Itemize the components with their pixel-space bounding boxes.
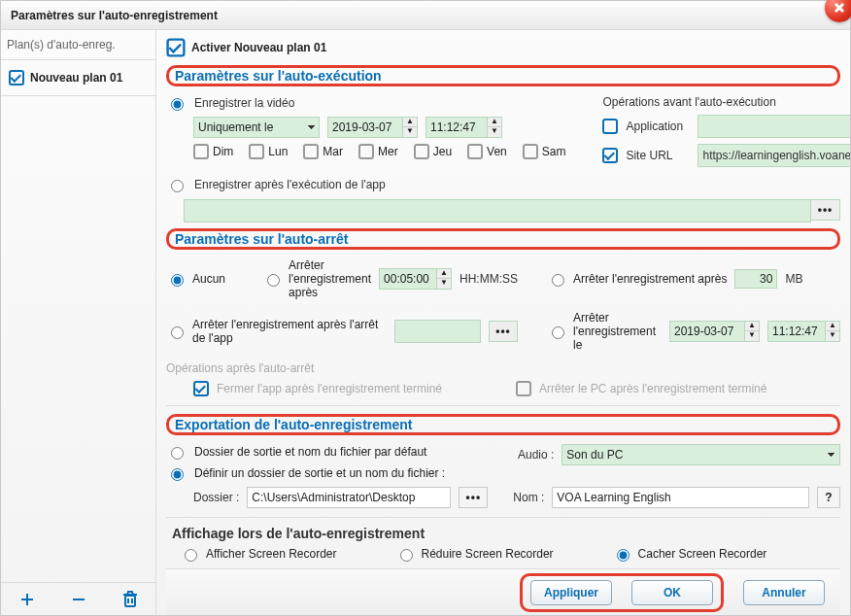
day-wed-checkbox[interactable] [358,144,374,159]
schedule-time-field[interactable]: ▲▼ [426,117,502,138]
record-after-app-label: Enregistrer après l'exécution de l'app [194,178,386,191]
day-tue-checkbox[interactable] [303,144,319,159]
cancel-button[interactable]: Annuler [743,580,825,605]
activate-plan-checkbox[interactable] [166,38,185,56]
plan-active-checkbox[interactable] [9,70,24,86]
record-video-label: Enregistrer la vidéo [194,96,294,110]
stop-datetime-radio[interactable] [552,326,564,339]
section-stop-title: Paramètres sur l'auto-arrêt [173,231,350,247]
section-exec-highlight: Paramètres sur l'auto-exécution [166,65,840,86]
section-exec-title: Paramètres sur l'auto-exécution [173,68,384,84]
date-down-icon[interactable]: ▼ [403,127,417,137]
day-thu-checkbox[interactable] [414,144,429,159]
close-icon [833,1,846,15]
apply-button[interactable]: Appliquer [530,580,612,605]
app-path-field[interactable] [698,115,850,138]
stop-size-radio[interactable] [552,274,564,287]
output-folder-browse-button[interactable]: ••• [459,487,488,508]
post-ops-title: Opérations après l'auto-arrêt [166,361,314,375]
main-panel: Activer Nouveau plan 01 Paramètres sur l… [156,30,850,615]
time-down-icon[interactable]: ▼ [488,127,501,137]
url-field[interactable]: https://learningenglish.voanews. [698,144,850,167]
close-app-checkbox[interactable] [193,381,209,396]
app-launch-checkbox[interactable] [602,119,618,134]
stop-after-app-field[interactable] [394,320,481,343]
titlebar: Paramètres sur l'auto-enregistrement [1,1,850,30]
stop-after-app-radio[interactable] [171,326,184,339]
delete-plan-button[interactable] [118,589,143,610]
trash-icon [122,591,138,608]
footer: Appliquer OK Annuler [166,568,840,615]
plus-icon [18,591,36,608]
settings-window: Paramètres sur l'auto-enregistrement Pla… [0,0,851,616]
record-video-radio[interactable] [171,98,184,111]
plan-item[interactable]: Nouveau plan 01 [1,60,155,96]
stop-time-field[interactable]: ▲▼ [767,321,840,342]
stop-duration-field[interactable]: ▲▼ [379,268,452,290]
section-stop-highlight: Paramètres sur l'auto-arrêt [166,228,840,250]
display-show-radio[interactable] [185,549,197,562]
day-fri-checkbox[interactable] [467,144,483,159]
sidebar-toolbar [1,582,155,615]
schedule-mode-select[interactable]: Uniquement le [193,117,320,138]
output-folder-field[interactable] [247,487,451,508]
record-after-app-browse-button[interactable]: ••• [811,199,840,221]
svg-rect-5 [125,596,135,606]
stop-duration-radio[interactable] [267,274,280,287]
section-display-title: Affichage lors de l'auto-enregistrement [166,524,430,543]
plan-label: Nouveau plan 01 [30,71,122,85]
minus-icon [70,591,87,608]
activate-plan-label: Activer Nouveau plan 01 [191,41,326,54]
output-name-field[interactable] [552,487,809,508]
url-open-checkbox[interactable] [602,148,618,163]
sidebar: Plan(s) d'auto-enreg. Nouveau plan 01 [1,30,156,615]
name-help-button[interactable]: ? [817,487,840,508]
url-open-label: Site URL [626,149,690,162]
stop-size-field[interactable] [734,269,777,289]
sidebar-header: Plan(s) d'auto-enreg. [1,30,155,60]
activate-plan-row: Activer Nouveau plan 01 [166,36,840,63]
day-sat-checkbox[interactable] [523,144,538,159]
audio-select[interactable]: Son du PC [562,444,840,465]
footer-highlight: Appliquer OK [520,573,724,612]
record-after-app-path-field[interactable] [184,199,811,222]
record-after-app-radio[interactable] [171,180,184,192]
stop-date-field[interactable]: ▲▼ [669,321,760,342]
output-default-radio[interactable] [171,447,184,460]
stop-none-radio[interactable] [171,274,184,287]
shutdown-pc-checkbox[interactable] [516,381,531,396]
display-reduce-radio[interactable] [400,549,413,562]
day-mon-checkbox[interactable] [249,144,264,159]
day-sun-checkbox[interactable] [193,144,209,159]
add-plan-button[interactable] [15,589,40,610]
schedule-date-field[interactable]: ▲▼ [327,117,418,138]
ok-button[interactable]: OK [631,580,713,605]
section-export-highlight: Exportation de l'auto-enregistrement [166,414,840,435]
stop-after-app-browse-button[interactable]: ••• [489,321,518,342]
section-export-title: Exportation de l'auto-enregistrement [173,417,414,432]
remove-plan-button[interactable] [66,589,91,610]
pre-ops-title: Opérations avant l'auto-exécution [602,95,775,109]
app-launch-label: Application [626,120,690,133]
window-title: Paramètres sur l'auto-enregistrement [11,9,218,22]
output-custom-radio[interactable] [171,468,184,481]
display-hide-radio[interactable] [617,549,630,562]
